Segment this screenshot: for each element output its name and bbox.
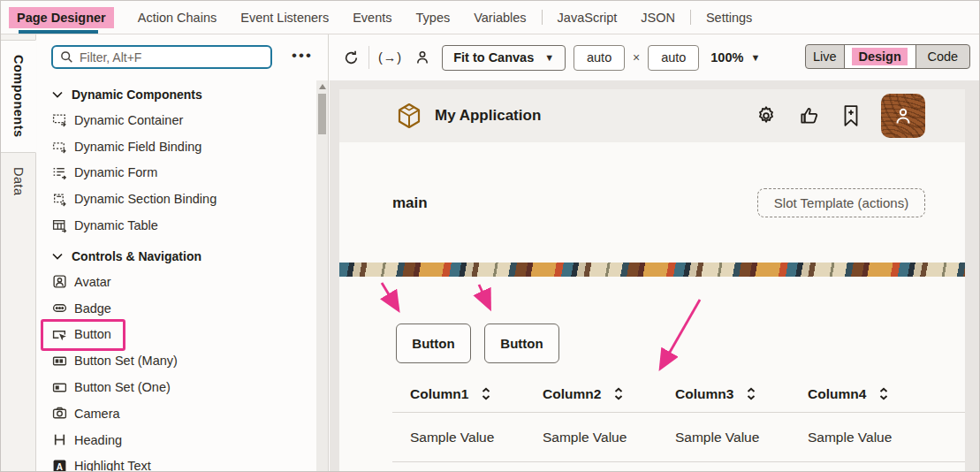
bookmark-add-icon[interactable] [841, 104, 861, 127]
component-item-highlight-text[interactable]: A Highlight Text [37, 453, 316, 472]
component-item-button-set-one[interactable]: Button Set (One) [37, 374, 316, 400]
component-item-button-set-many[interactable]: Button Set (Many) [37, 347, 316, 374]
tab-javascript[interactable]: JavaScript [550, 7, 626, 28]
avatar-icon [52, 274, 67, 289]
tab-variables[interactable]: Variables [466, 7, 534, 28]
scrollbar-up-arrow[interactable] [319, 84, 326, 89]
preview-button-1[interactable]: Button [396, 324, 471, 363]
section-controls-navigation[interactable]: Controls & Navigation [37, 244, 316, 269]
component-list: Dynamic Components Dynamic Container Dyn… [37, 82, 316, 472]
sort-icon[interactable] [481, 387, 491, 400]
component-item-label: Dynamic Section Binding [74, 192, 217, 206]
column-header-label: Column4 [808, 386, 866, 402]
column-header-2[interactable]: Column2 [525, 376, 657, 412]
user-avatar[interactable] [881, 94, 925, 138]
component-item-avatar[interactable]: Avatar [37, 269, 316, 295]
table-cell: Sample Value [790, 413, 923, 461]
component-item-heading[interactable]: Heading [37, 427, 316, 453]
design-canvas: My Application [330, 80, 980, 472]
overflow-menu-icon[interactable]: ••• [288, 43, 316, 68]
column-header-1[interactable]: Column1 [392, 376, 525, 412]
rail-tab-data-label: Data [11, 167, 26, 196]
table-cell: Sample Value [525, 413, 657, 461]
button-set-many-icon [52, 354, 67, 369]
preview-button-row: Button Button [396, 324, 559, 363]
component-filter [51, 45, 272, 69]
component-item-dynamic-table[interactable]: Dynamic Table [37, 212, 316, 239]
component-item-label: Button Set (Many) [74, 354, 178, 368]
mode-switcher: Live Design Code [805, 44, 970, 69]
section-dynamic-components[interactable]: Dynamic Components [37, 82, 316, 107]
heading-icon [52, 432, 67, 447]
fit-to-canvas-dropdown[interactable]: Fit to Canvas ▼ [442, 45, 566, 71]
mode-design-button[interactable]: Design [845, 45, 916, 68]
refresh-icon[interactable] [343, 49, 360, 66]
table-row: Sample Value Sample Value Sample Value S… [392, 413, 965, 462]
tab-json[interactable]: JSON [633, 7, 683, 28]
header-action-icons [755, 94, 925, 138]
filter-input[interactable] [80, 50, 263, 65]
tab-action-chains[interactable]: Action Chains [130, 7, 224, 28]
user-mode-icon[interactable] [414, 49, 430, 65]
dynamic-field-binding-icon [52, 139, 67, 154]
component-item-button[interactable]: Button [37, 322, 316, 348]
decorative-pattern-strip [339, 263, 965, 277]
tab-page-designer[interactable]: Page Designer [9, 7, 114, 28]
mode-code-button[interactable]: Code [916, 45, 969, 68]
preview-app-header: My Application [339, 89, 965, 142]
page-designer-window: Page Designer Action Chains Event Listen… [0, 0, 980, 472]
chevron-down-icon: ▼ [544, 52, 554, 63]
component-item-label: Avatar [74, 275, 111, 289]
preview-table: Column1 Column2 Column3 Column4 [392, 376, 965, 462]
preview-button-2[interactable]: Button [484, 324, 559, 363]
component-item-badge[interactable]: Badge [37, 295, 316, 322]
components-panel: ••• Dynamic Components Dynamic Container [37, 34, 329, 472]
chevron-down-icon: ▼ [750, 52, 760, 63]
preview-page: My Application [339, 89, 965, 472]
sort-icon[interactable] [613, 387, 624, 400]
component-item-camera[interactable]: Camera [37, 400, 316, 427]
component-item-label: Dynamic Field Binding [74, 140, 201, 154]
mode-live-button[interactable]: Live [806, 45, 845, 68]
settings-gear-icon[interactable] [755, 104, 778, 127]
sort-icon[interactable] [878, 387, 889, 400]
tab-types[interactable]: Types [408, 7, 459, 28]
column-header-3[interactable]: Column3 [657, 376, 790, 412]
toolbar-divider [368, 46, 369, 69]
column-header-label: Column2 [543, 386, 601, 402]
zoom-level-dropdown[interactable]: 100% ▼ [710, 50, 760, 65]
tab-event-listeners[interactable]: Event Listeners [232, 7, 337, 28]
dynamic-section-binding-icon [52, 192, 67, 207]
scrollbar-thumb[interactable] [318, 94, 326, 134]
table-cell: Sample Value [657, 413, 790, 461]
rail-tab-components[interactable]: Components [1, 40, 36, 153]
live-sync-icon[interactable]: (→) [378, 50, 402, 65]
tab-divider [542, 10, 543, 25]
thumbs-up-icon[interactable] [798, 104, 821, 127]
section-label: Dynamic Components [72, 88, 202, 102]
tab-events[interactable]: Events [345, 7, 399, 28]
component-item-dynamic-section-binding[interactable]: Dynamic Section Binding [37, 186, 316, 212]
camera-icon [52, 406, 67, 421]
button-set-one-icon [52, 380, 67, 395]
svg-text:A: A [57, 461, 64, 471]
chevron-down-icon [52, 91, 63, 98]
component-item-dynamic-container[interactable]: Dynamic Container [37, 107, 316, 133]
component-item-label: Dynamic Form [74, 165, 157, 179]
component-item-label: Dynamic Container [74, 113, 183, 127]
component-item-dynamic-form[interactable]: Dynamic Form [37, 160, 316, 187]
tab-settings[interactable]: Settings [698, 7, 760, 28]
badge-icon [52, 301, 67, 316]
component-item-label: Dynamic Table [74, 218, 158, 232]
preview-app-title: My Application [435, 107, 541, 125]
canvas-width-input[interactable] [574, 45, 625, 71]
rail-tab-data[interactable]: Data [1, 156, 36, 206]
page-title: main [392, 194, 428, 212]
slot-template-actions[interactable]: Slot Template (actions) [757, 188, 925, 217]
sort-icon[interactable] [746, 387, 756, 400]
panel-scrollbar[interactable] [316, 80, 328, 472]
canvas-height-input[interactable] [648, 45, 699, 71]
button-icon [52, 327, 67, 342]
component-item-dynamic-field-binding[interactable]: Dynamic Field Binding [37, 133, 316, 160]
column-header-4[interactable]: Column4 [790, 376, 923, 412]
